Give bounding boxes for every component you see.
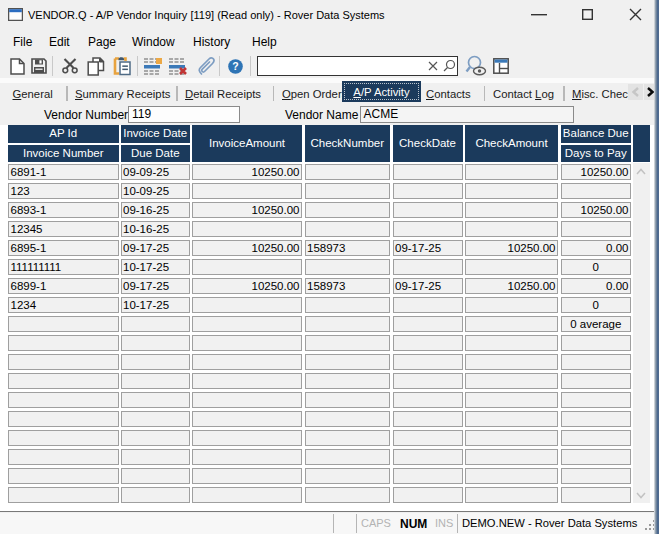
svg-text:?: ? — [232, 60, 238, 72]
